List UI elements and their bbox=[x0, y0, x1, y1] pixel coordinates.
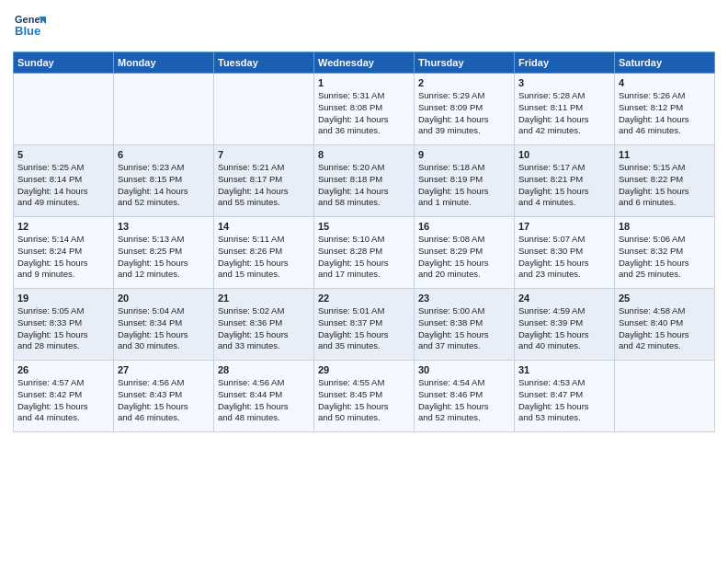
calendar-cell: 24Sunrise: 4:59 AM Sunset: 8:39 PM Dayli… bbox=[515, 289, 615, 361]
day-number: 13 bbox=[118, 221, 210, 232]
day-number: 29 bbox=[318, 364, 410, 375]
day-info: Sunrise: 5:17 AM Sunset: 8:21 PM Dayligh… bbox=[518, 162, 610, 209]
calendar-week-row: 19Sunrise: 5:05 AM Sunset: 8:33 PM Dayli… bbox=[14, 289, 715, 361]
day-number: 12 bbox=[17, 221, 109, 232]
calendar-cell: 26Sunrise: 4:57 AM Sunset: 8:42 PM Dayli… bbox=[14, 361, 114, 432]
calendar-cell: 1Sunrise: 5:31 AM Sunset: 8:08 PM Daylig… bbox=[314, 74, 415, 145]
day-number: 17 bbox=[518, 221, 610, 232]
calendar-cell: 18Sunrise: 5:06 AM Sunset: 8:32 PM Dayli… bbox=[615, 217, 715, 289]
day-info: Sunrise: 4:58 AM Sunset: 8:40 PM Dayligh… bbox=[619, 305, 711, 352]
calendar-cell: 6Sunrise: 5:23 AM Sunset: 8:15 PM Daylig… bbox=[114, 145, 214, 217]
day-info: Sunrise: 5:05 AM Sunset: 8:33 PM Dayligh… bbox=[17, 305, 109, 352]
calendar-cell: 19Sunrise: 5:05 AM Sunset: 8:33 PM Dayli… bbox=[14, 289, 114, 361]
calendar-table: SundayMondayTuesdayWednesdayThursdayFrid… bbox=[13, 52, 715, 432]
day-info: Sunrise: 5:23 AM Sunset: 8:15 PM Dayligh… bbox=[118, 162, 210, 209]
calendar-cell: 25Sunrise: 4:58 AM Sunset: 8:40 PM Dayli… bbox=[615, 289, 715, 361]
day-number: 7 bbox=[218, 149, 310, 160]
logo: General Blue bbox=[13, 9, 46, 46]
day-info: Sunrise: 5:18 AM Sunset: 8:19 PM Dayligh… bbox=[418, 162, 510, 209]
day-info: Sunrise: 5:10 AM Sunset: 8:28 PM Dayligh… bbox=[318, 234, 410, 281]
calendar-cell bbox=[615, 361, 715, 432]
main-container: General Blue SundayMondayTuesdayWednesda… bbox=[0, 0, 728, 438]
day-info: Sunrise: 4:56 AM Sunset: 8:44 PM Dayligh… bbox=[218, 377, 310, 424]
day-info: Sunrise: 4:55 AM Sunset: 8:45 PM Dayligh… bbox=[318, 377, 410, 424]
day-info: Sunrise: 5:15 AM Sunset: 8:22 PM Dayligh… bbox=[619, 162, 711, 209]
day-info: Sunrise: 5:20 AM Sunset: 8:18 PM Dayligh… bbox=[318, 162, 410, 209]
calendar-cell: 13Sunrise: 5:13 AM Sunset: 8:25 PM Dayli… bbox=[114, 217, 214, 289]
day-info: Sunrise: 5:31 AM Sunset: 8:08 PM Dayligh… bbox=[318, 90, 410, 137]
day-info: Sunrise: 5:07 AM Sunset: 8:30 PM Dayligh… bbox=[518, 234, 610, 281]
day-number: 21 bbox=[218, 293, 310, 304]
day-number: 8 bbox=[318, 149, 410, 160]
day-number: 31 bbox=[518, 364, 610, 375]
day-number: 26 bbox=[17, 364, 109, 375]
calendar-cell bbox=[114, 74, 214, 145]
weekday-header: Sunday bbox=[14, 52, 114, 74]
day-info: Sunrise: 5:02 AM Sunset: 8:36 PM Dayligh… bbox=[218, 305, 310, 352]
calendar-week-row: 5Sunrise: 5:25 AM Sunset: 8:14 PM Daylig… bbox=[14, 145, 715, 217]
header-row: SundayMondayTuesdayWednesdayThursdayFrid… bbox=[14, 52, 715, 74]
day-number: 16 bbox=[418, 221, 510, 232]
weekday-header: Thursday bbox=[415, 52, 515, 74]
calendar-cell bbox=[214, 74, 314, 145]
weekday-header: Monday bbox=[114, 52, 214, 74]
day-info: Sunrise: 4:54 AM Sunset: 8:46 PM Dayligh… bbox=[418, 377, 510, 424]
day-number: 15 bbox=[318, 221, 410, 232]
calendar-cell: 4Sunrise: 5:26 AM Sunset: 8:12 PM Daylig… bbox=[615, 74, 715, 145]
day-number: 18 bbox=[619, 221, 711, 232]
day-number: 3 bbox=[518, 77, 610, 88]
day-info: Sunrise: 5:08 AM Sunset: 8:29 PM Dayligh… bbox=[418, 234, 510, 281]
day-number: 6 bbox=[118, 149, 210, 160]
svg-text:Blue: Blue bbox=[15, 24, 40, 38]
calendar-cell: 9Sunrise: 5:18 AM Sunset: 8:19 PM Daylig… bbox=[415, 145, 515, 217]
day-info: Sunrise: 5:29 AM Sunset: 8:09 PM Dayligh… bbox=[418, 90, 510, 137]
calendar-cell: 10Sunrise: 5:17 AM Sunset: 8:21 PM Dayli… bbox=[515, 145, 615, 217]
day-number: 28 bbox=[218, 364, 310, 375]
calendar-cell: 22Sunrise: 5:01 AM Sunset: 8:37 PM Dayli… bbox=[314, 289, 415, 361]
calendar-week-row: 1Sunrise: 5:31 AM Sunset: 8:08 PM Daylig… bbox=[14, 74, 715, 145]
calendar-cell: 28Sunrise: 4:56 AM Sunset: 8:44 PM Dayli… bbox=[214, 361, 314, 432]
calendar-week-row: 12Sunrise: 5:14 AM Sunset: 8:24 PM Dayli… bbox=[14, 217, 715, 289]
calendar-week-row: 26Sunrise: 4:57 AM Sunset: 8:42 PM Dayli… bbox=[14, 361, 715, 432]
weekday-header: Friday bbox=[515, 52, 615, 74]
calendar-header: SundayMondayTuesdayWednesdayThursdayFrid… bbox=[14, 52, 715, 74]
day-number: 23 bbox=[418, 293, 510, 304]
day-info: Sunrise: 5:00 AM Sunset: 8:38 PM Dayligh… bbox=[418, 305, 510, 352]
day-info: Sunrise: 5:14 AM Sunset: 8:24 PM Dayligh… bbox=[17, 234, 109, 281]
day-number: 25 bbox=[619, 293, 711, 304]
day-number: 27 bbox=[118, 364, 210, 375]
calendar-cell: 5Sunrise: 5:25 AM Sunset: 8:14 PM Daylig… bbox=[14, 145, 114, 217]
calendar-cell: 20Sunrise: 5:04 AM Sunset: 8:34 PM Dayli… bbox=[114, 289, 214, 361]
day-info: Sunrise: 5:04 AM Sunset: 8:34 PM Dayligh… bbox=[118, 305, 210, 352]
weekday-header: Wednesday bbox=[314, 52, 415, 74]
calendar-cell: 14Sunrise: 5:11 AM Sunset: 8:26 PM Dayli… bbox=[214, 217, 314, 289]
weekday-header: Saturday bbox=[615, 52, 715, 74]
day-info: Sunrise: 4:53 AM Sunset: 8:47 PM Dayligh… bbox=[518, 377, 610, 424]
calendar-cell: 7Sunrise: 5:21 AM Sunset: 8:17 PM Daylig… bbox=[214, 145, 314, 217]
day-number: 4 bbox=[619, 77, 711, 88]
calendar-cell: 17Sunrise: 5:07 AM Sunset: 8:30 PM Dayli… bbox=[515, 217, 615, 289]
day-info: Sunrise: 5:21 AM Sunset: 8:17 PM Dayligh… bbox=[218, 162, 310, 209]
weekday-header: Tuesday bbox=[214, 52, 314, 74]
day-number: 22 bbox=[318, 293, 410, 304]
calendar-cell: 29Sunrise: 4:55 AM Sunset: 8:45 PM Dayli… bbox=[314, 361, 415, 432]
day-number: 2 bbox=[418, 77, 510, 88]
day-info: Sunrise: 4:57 AM Sunset: 8:42 PM Dayligh… bbox=[17, 377, 109, 424]
calendar-cell: 11Sunrise: 5:15 AM Sunset: 8:22 PM Dayli… bbox=[615, 145, 715, 217]
calendar-cell: 15Sunrise: 5:10 AM Sunset: 8:28 PM Dayli… bbox=[314, 217, 415, 289]
day-info: Sunrise: 5:13 AM Sunset: 8:25 PM Dayligh… bbox=[118, 234, 210, 281]
calendar-cell: 27Sunrise: 4:56 AM Sunset: 8:43 PM Dayli… bbox=[114, 361, 214, 432]
calendar-cell: 12Sunrise: 5:14 AM Sunset: 8:24 PM Dayli… bbox=[14, 217, 114, 289]
calendar-cell: 16Sunrise: 5:08 AM Sunset: 8:29 PM Dayli… bbox=[415, 217, 515, 289]
day-info: Sunrise: 5:26 AM Sunset: 8:12 PM Dayligh… bbox=[619, 90, 711, 137]
calendar-cell bbox=[14, 74, 114, 145]
logo-icon: General Blue bbox=[13, 9, 46, 42]
day-number: 20 bbox=[118, 293, 210, 304]
calendar-cell: 23Sunrise: 5:00 AM Sunset: 8:38 PM Dayli… bbox=[415, 289, 515, 361]
day-number: 14 bbox=[218, 221, 310, 232]
day-number: 1 bbox=[318, 77, 410, 88]
day-info: Sunrise: 5:25 AM Sunset: 8:14 PM Dayligh… bbox=[17, 162, 109, 209]
header: General Blue bbox=[13, 9, 715, 46]
day-number: 24 bbox=[518, 293, 610, 304]
calendar-cell: 30Sunrise: 4:54 AM Sunset: 8:46 PM Dayli… bbox=[415, 361, 515, 432]
